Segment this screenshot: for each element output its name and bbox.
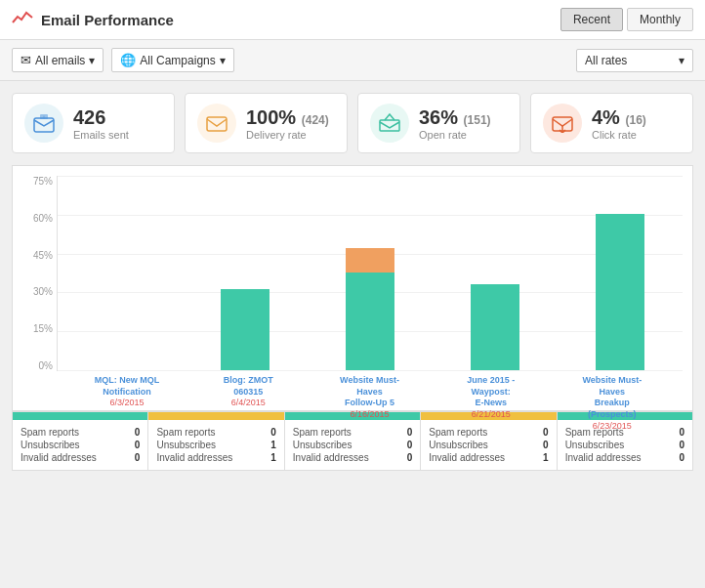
y-label-0: 0% — [39, 360, 53, 371]
stat-delivery-info: 100% (424) Delivery rate — [246, 106, 329, 141]
page-title: Email Performance — [41, 12, 174, 28]
bottom-rows-2: Spam reports 0 Unsubscribes 1 Invalid ad… — [148, 420, 283, 470]
bar-stack-2 — [221, 289, 270, 370]
header-buttons: Recent Monthly — [560, 8, 693, 31]
rates-label: All rates — [585, 54, 627, 67]
campaigns-select[interactable]: 🌐 All Campaigns ▾ — [111, 48, 233, 72]
y-axis: 75% 60% 45% 30% 15% 0% — [22, 176, 57, 371]
bar-group-3 — [331, 248, 409, 370]
stat-open: 36% (151) Open rate — [357, 93, 520, 153]
stat-open-info: 36% (151) Open rate — [419, 106, 491, 141]
y-label-30: 30% — [33, 286, 53, 297]
chart-inner — [57, 176, 683, 371]
bottom-row: Unsubscribes 0 — [293, 439, 412, 451]
stat-click: 4% (16) Click rate — [530, 93, 693, 153]
chevron-down-icon2: ▾ — [220, 54, 226, 67]
bottom-row: Spam reports 0 — [293, 426, 412, 439]
click-number: 4% (16) — [592, 106, 646, 129]
y-label-15: 15% — [33, 323, 53, 334]
click-icon — [543, 104, 582, 143]
svg-rect-0 — [34, 118, 54, 132]
chart-area: 75% 60% 45% 30% 15% 0% — [12, 165, 693, 411]
open-number: 36% (151) — [419, 106, 491, 129]
click-label: Click rate — [592, 129, 646, 141]
bottom-rows-3: Spam reports 0 Unsubscribes 0 Invalid ad… — [285, 420, 420, 470]
chevron-down-icon: ▾ — [89, 54, 95, 67]
bottom-rows-1: Spam reports 0 Unsubscribes 0 Invalid ad… — [13, 420, 147, 470]
rates-select[interactable]: All rates ▾ — [576, 49, 693, 72]
svg-rect-4 — [380, 120, 399, 131]
svg-rect-3 — [207, 117, 227, 131]
bottom-col-1: Spam reports 0 Unsubscribes 0 Invalid ad… — [13, 412, 148, 470]
bottom-row: Spam reports 0 — [429, 426, 548, 439]
x-label-1: MQL: New MQLNotification 6/3/2015 — [88, 375, 166, 409]
emails-sent-label: Emails sent — [73, 129, 129, 141]
bar-stack-3 — [346, 248, 394, 370]
stat-emails-sent: ↑ 426 Emails sent — [12, 93, 175, 153]
bar-group-5 — [581, 214, 659, 370]
bottom-row: Invalid addresses 0 — [21, 451, 140, 464]
app-container: Email Performance Recent Monthly ✉ All e… — [0, 0, 705, 471]
bottom-row: Unsubscribes 0 — [565, 439, 684, 451]
bottom-rows-4: Spam reports 0 Unsubscribes 0 Invalid ad… — [421, 420, 556, 470]
toolbar: ✉ All emails ▾ 🌐 All Campaigns ▾ All rat… — [0, 40, 705, 81]
bottom-row: Unsubscribes 0 — [21, 439, 140, 451]
bottom-col-3: Spam reports 0 Unsubscribes 0 Invalid ad… — [285, 412, 421, 470]
x-labels: MQL: New MQLNotification 6/3/2015 Blog: … — [57, 371, 683, 400]
bottom-row: Invalid addresses 0 — [565, 451, 684, 464]
emails-sent-number: 426 — [73, 106, 129, 129]
email-icon: ✉ — [21, 53, 31, 67]
bar-stack-4 — [471, 284, 519, 370]
open-label: Open rate — [419, 129, 491, 141]
stats-row: ↑ 426 Emails sent 100% (424) Delivery ra… — [0, 81, 705, 165]
bar-teal-5 — [596, 214, 644, 370]
bar-group-4 — [456, 284, 534, 370]
bottom-row: Invalid addresses 1 — [156, 451, 275, 464]
bottom-row: Spam reports 0 — [21, 426, 140, 439]
bottom-row: Invalid addresses 0 — [293, 451, 412, 464]
y-label-75: 75% — [33, 176, 53, 187]
bar-group-2 — [206, 289, 284, 370]
bar-teal-4 — [471, 284, 519, 370]
recent-button[interactable]: Recent — [560, 8, 623, 31]
bar-stack-5 — [596, 214, 644, 370]
bar-orange-3 — [346, 248, 394, 273]
x-label-5: Website Must-HavesBreakup (Prospects) 6/… — [573, 375, 651, 432]
x-label-2: Blog: ZMOT 060315 6/4/2015 — [209, 375, 287, 409]
delivery-label: Delivery rate — [246, 129, 329, 141]
bar-teal-2 — [221, 289, 270, 370]
stat-delivery: 100% (424) Delivery rate — [185, 93, 348, 153]
bottom-row: Unsubscribes 1 — [156, 439, 275, 451]
globe-icon: 🌐 — [120, 53, 136, 67]
bottom-row: Invalid addresses 1 — [429, 451, 548, 464]
bottom-col-4: Spam reports 0 Unsubscribes 0 Invalid ad… — [421, 412, 557, 470]
campaigns-label: All Campaigns — [140, 54, 215, 67]
x-label-4: June 2015 - Waypost:E-News 6/21/2015 — [452, 375, 530, 421]
delivery-number: 100% (424) — [246, 106, 329, 129]
chevron-down-icon3: ▾ — [679, 54, 684, 67]
y-label-45: 45% — [33, 250, 53, 261]
emails-select[interactable]: ✉ All emails ▾ — [12, 48, 104, 72]
delivery-icon — [197, 104, 236, 143]
open-icon — [370, 104, 409, 143]
bottom-row: Unsubscribes 0 — [429, 439, 548, 451]
y-label-60: 60% — [33, 213, 53, 224]
chart-wrapper: 75% 60% 45% 30% 15% 0% — [22, 176, 683, 400]
svg-text:↑: ↑ — [43, 114, 46, 120]
bottom-col-header-1 — [13, 412, 147, 420]
bar-teal-3 — [346, 273, 394, 370]
performance-icon — [12, 9, 33, 31]
bars-container — [58, 176, 683, 370]
emails-label: All emails — [35, 54, 85, 67]
header-title: Email Performance — [12, 9, 174, 31]
bottom-col-2: Spam reports 0 Unsubscribes 1 Invalid ad… — [148, 412, 284, 470]
stat-click-info: 4% (16) Click rate — [592, 106, 646, 141]
stat-emails-sent-info: 426 Emails sent — [73, 106, 129, 141]
bottom-col-header-2 — [148, 412, 283, 420]
x-label-3: Website Must-HavesFollow-Up 5 6/16/2015 — [330, 375, 408, 421]
monthly-button[interactable]: Monthly — [627, 8, 693, 31]
bottom-row: Spam reports 0 — [156, 426, 275, 439]
header: Email Performance Recent Monthly — [0, 0, 705, 40]
emails-sent-icon: ↑ — [24, 104, 63, 143]
